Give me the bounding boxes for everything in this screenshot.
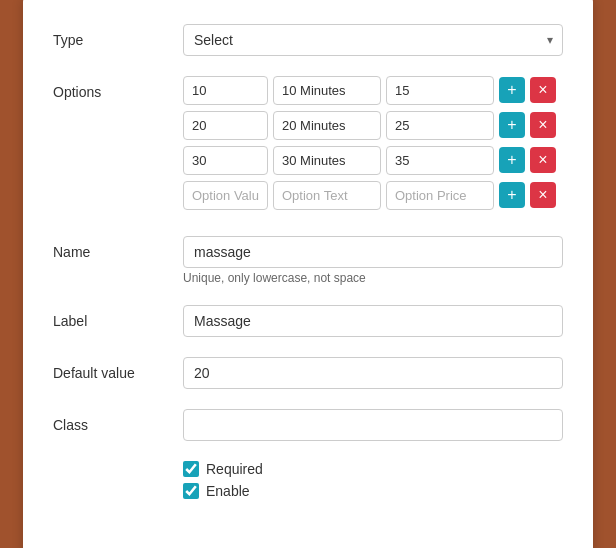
options-label: Options [53, 76, 183, 100]
name-input[interactable] [183, 236, 563, 268]
option-text-new[interactable] [273, 181, 381, 210]
remove-option-button-3[interactable]: × [530, 147, 556, 173]
option-value-new[interactable] [183, 181, 268, 210]
type-select[interactable]: Select Text Number Checkbox Radio [183, 24, 563, 56]
form-card: Type Select Text Number Checkbox Radio ▾… [23, 0, 593, 548]
add-option-button-new[interactable]: + [499, 182, 525, 208]
type-control: Select Text Number Checkbox Radio ▾ [183, 24, 563, 56]
name-control: Unique, only lowercase, not space [183, 236, 563, 285]
options-control: + × + × + × [183, 76, 563, 216]
label-input[interactable] [183, 305, 563, 337]
class-label: Class [53, 409, 183, 433]
option-text-3[interactable] [273, 146, 381, 175]
class-control [183, 409, 563, 441]
add-option-button-3[interactable]: + [499, 147, 525, 173]
class-row: Class [53, 409, 563, 441]
enable-checkbox[interactable] [183, 483, 199, 499]
add-option-button-2[interactable]: + [499, 112, 525, 138]
option-price-new[interactable] [386, 181, 494, 210]
label-row: Label [53, 305, 563, 337]
options-row: Options + × + × [53, 76, 563, 216]
default-value-control [183, 357, 563, 389]
option-price-3[interactable] [386, 146, 494, 175]
required-row: Required [183, 461, 563, 477]
name-label: Name [53, 236, 183, 260]
remove-option-button-1[interactable]: × [530, 77, 556, 103]
option-value-2[interactable] [183, 111, 268, 140]
option-value-1[interactable] [183, 76, 268, 105]
add-option-button-1[interactable]: + [499, 77, 525, 103]
label-label: Label [53, 305, 183, 329]
option-text-2[interactable] [273, 111, 381, 140]
option-value-3[interactable] [183, 146, 268, 175]
option-row-2: + × [183, 111, 563, 140]
remove-option-button-new[interactable]: × [530, 182, 556, 208]
label-control [183, 305, 563, 337]
required-checkbox[interactable] [183, 461, 199, 477]
checkboxes-control: Required Enable [183, 461, 563, 505]
option-row-3: + × [183, 146, 563, 175]
option-text-1[interactable] [273, 76, 381, 105]
option-row-1: + × [183, 76, 563, 105]
remove-option-button-2[interactable]: × [530, 112, 556, 138]
required-label[interactable]: Required [206, 461, 263, 477]
option-price-1[interactable] [386, 76, 494, 105]
enable-row: Enable [183, 483, 563, 499]
checkboxes-spacer [53, 461, 183, 469]
type-select-wrapper: Select Text Number Checkbox Radio ▾ [183, 24, 563, 56]
name-hint: Unique, only lowercase, not space [183, 271, 563, 285]
checkboxes-row: Required Enable [53, 461, 563, 505]
default-value-input[interactable] [183, 357, 563, 389]
enable-label[interactable]: Enable [206, 483, 250, 499]
option-row-new: + × [183, 181, 563, 210]
default-value-label: Default value [53, 357, 183, 381]
name-row: Name Unique, only lowercase, not space [53, 236, 563, 285]
type-label: Type [53, 24, 183, 48]
option-price-2[interactable] [386, 111, 494, 140]
class-input[interactable] [183, 409, 563, 441]
type-row: Type Select Text Number Checkbox Radio ▾ [53, 24, 563, 56]
default-value-row: Default value [53, 357, 563, 389]
